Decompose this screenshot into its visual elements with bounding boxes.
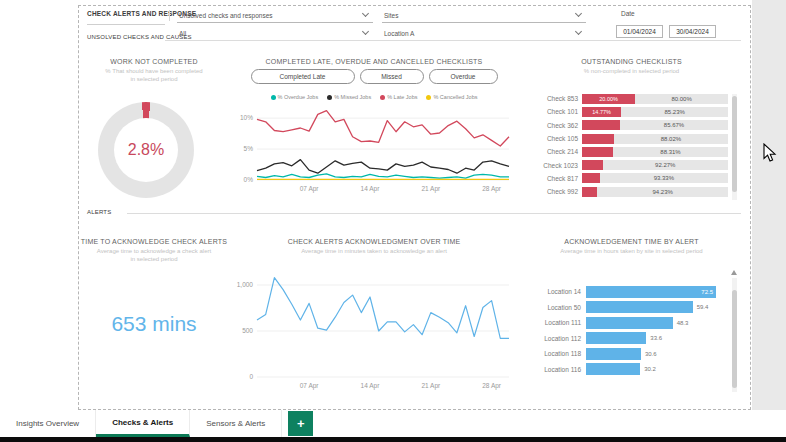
ack-over-time-title: CHECK ALERTS ACKNOWLEDGMENT OVER TIME	[229, 238, 519, 245]
report-title-underline	[87, 24, 165, 25]
outstanding-stacked-bar: 20.00%80.00%	[582, 94, 728, 104]
chart-filter-button-overdue[interactable]: Overdue	[429, 69, 498, 84]
date-to-input[interactable]: 30/04/2024	[669, 25, 716, 38]
ack-bar-value: 33.6	[650, 332, 662, 344]
outstanding-stacked-bar: 85.67%	[582, 120, 728, 130]
checks-filter-value: Unsolved checks and responses	[179, 12, 273, 19]
location-dropdown[interactable]: Location A	[382, 26, 586, 41]
outstanding-row-label: Check 101	[524, 108, 582, 115]
checks-filter-dropdown[interactable]: Unsolved checks and responses	[177, 8, 373, 23]
work-not-completed-subtitle-1: % That should have been completed	[79, 68, 229, 74]
ack-bar	[586, 301, 693, 313]
legend-dot-icon	[426, 95, 431, 100]
checks-sub-dropdown[interactable]: All	[177, 26, 373, 41]
app-root: CHECK ALERTS AND RESPONSE Unsolved check…	[0, 0, 786, 442]
scrollbar-thumb[interactable]	[732, 96, 737, 192]
outstanding-row-label: Check 214	[524, 148, 582, 155]
ack-by-alert-title: ACKNOWLEDGEMENT TIME BY ALERT	[524, 238, 739, 245]
section-label-alerts: ALERTS	[87, 209, 111, 215]
svg-text:0: 0	[249, 373, 253, 380]
chart-filter-button-missed[interactable]: Missed	[360, 69, 424, 84]
ack-by-alert-scrollbar[interactable]	[732, 278, 737, 392]
completed-late-title: COMPLETED LATE, OVERDUE AND CANCELLED CH…	[229, 58, 519, 65]
time-to-ack-subtitle-2: in selected period	[79, 256, 229, 262]
time-to-ack-value: 653 mins	[79, 312, 229, 336]
ack-bar-track: 59.4	[586, 301, 726, 313]
outstanding-row[interactable]: Check 102392.27%	[524, 158, 728, 171]
ack-bar-label: Location 116	[524, 366, 586, 373]
svg-text:21 Apr: 21 Apr	[421, 185, 441, 193]
new-page-button[interactable]: +	[288, 411, 313, 436]
svg-text:07 Apr: 07 Apr	[300, 185, 320, 193]
outstanding-stacked-bar: 92.27%	[582, 160, 728, 170]
ack-bar	[586, 363, 640, 375]
outstanding-stacked-bar: 14.77%85.23%	[582, 107, 728, 117]
sites-dropdown[interactable]: Sites	[382, 8, 586, 23]
ack-over-time-line-chart[interactable]: 05001,00007 Apr14 Apr21 Apr28 Apr	[233, 258, 515, 390]
svg-text:28 Apr: 28 Apr	[482, 382, 502, 390]
ack-bar-label: Location 112	[524, 335, 586, 342]
ack-bar-row[interactable]: Location 11830.6	[524, 346, 726, 362]
ack-bar-row[interactable]: Location 11148.3	[524, 315, 726, 331]
ack-over-time-subtitle: Average time in minutes taken to acknowl…	[229, 248, 519, 254]
chevron-down-icon	[575, 28, 582, 35]
outstanding-gray-segment: 92.27%	[603, 160, 728, 170]
legend-dot-icon	[327, 95, 332, 100]
ack-bar-label: Location 118	[524, 350, 586, 357]
work-not-completed-title: WORK NOT COMPLETED	[79, 58, 229, 65]
legend-label: % Cancelled Jobs	[433, 94, 477, 100]
work-not-completed-donut: 2.8%	[98, 102, 194, 198]
outstanding-red-segment	[582, 173, 600, 183]
legend-item[interactable]: % Overdue Jobs	[271, 94, 319, 100]
legend-item[interactable]: % Cancelled Jobs	[426, 94, 477, 100]
outstanding-row[interactable]: Check 21488.31%	[524, 145, 728, 158]
svg-text:500: 500	[242, 327, 253, 334]
outstanding-row[interactable]: Check 10114.77%85.23%	[524, 105, 728, 118]
legend-label: % Missed Jobs	[334, 94, 371, 100]
ack-bar-row[interactable]: Location 5059.4	[524, 300, 726, 316]
tab-checks-alerts[interactable]: Checks & Alerts	[96, 410, 190, 437]
tab-sensors-alerts[interactable]: Sensors & Alerts	[190, 410, 282, 437]
outstanding-stacked-bar: 88.02%	[582, 134, 728, 144]
tab-insights-overview[interactable]: Insights Overview	[0, 410, 96, 437]
ack-bar-label: Location 111	[524, 319, 586, 326]
outstanding-row[interactable]: Check 36285.67%	[524, 119, 728, 132]
legend-item[interactable]: % Missed Jobs	[327, 94, 371, 100]
chart-filter-button-completed-late[interactable]: Completed Late	[251, 69, 355, 84]
outstanding-row[interactable]: Check 99294.23%	[524, 185, 728, 198]
outstanding-red-segment	[582, 134, 614, 144]
svg-text:10%: 10%	[240, 114, 253, 121]
outstanding-row-label: Check 853	[524, 95, 582, 102]
outstanding-scrollbar[interactable]	[732, 94, 737, 200]
date-filter-label: Date	[621, 10, 635, 17]
outstanding-red-segment: 20.00%	[582, 94, 635, 104]
ack-bar-value: 30.2	[644, 363, 656, 375]
canvas-gutter	[752, 0, 786, 410]
svg-text:21 Apr: 21 Apr	[421, 382, 441, 390]
outstanding-gray-segment: 88.31%	[613, 147, 728, 157]
completed-late-line-chart[interactable]: 0%5%10%07 Apr14 Apr21 Apr28 Apr	[233, 103, 515, 193]
ack-bar-row[interactable]: Location 11630.2	[524, 362, 726, 378]
ack-bar-row[interactable]: Location 11233.6	[524, 331, 726, 347]
bottom-strip	[0, 437, 786, 442]
ack-bar-label: Location 50	[524, 304, 586, 311]
ack-bar-value: 59.4	[697, 301, 709, 313]
date-from-input[interactable]: 01/04/2024	[616, 25, 663, 38]
location-dropdown-value: Location A	[384, 30, 414, 37]
outstanding-row-label: Check 362	[524, 122, 582, 129]
outstanding-gray-segment: 85.23%	[621, 107, 728, 117]
outstanding-gray-segment: 88.02%	[614, 134, 728, 144]
outstanding-bar-list: Check 85320.00%80.00%Check 10114.77%85.2…	[524, 92, 728, 198]
outstanding-row-label: Check 1023	[524, 162, 582, 169]
scrollbar-up-arrow-icon[interactable]	[731, 270, 737, 275]
ack-bar-row[interactable]: Location 1472.5	[524, 284, 726, 300]
ack-bar	[586, 332, 646, 344]
scrollbar-thumb[interactable]	[732, 290, 737, 388]
legend-item[interactable]: % Late Jobs	[380, 94, 417, 100]
outstanding-row[interactable]: Check 81793.33%	[524, 172, 728, 185]
time-to-ack-title: TIME TO ACKNOWLEDGE CHECK ALERTS	[79, 238, 229, 245]
outstanding-row[interactable]: Check 10588.02%	[524, 132, 728, 145]
outstanding-stacked-bar: 94.23%	[582, 187, 728, 197]
ack-bar-track: 48.3	[586, 317, 726, 329]
outstanding-row[interactable]: Check 85320.00%80.00%	[524, 92, 728, 105]
